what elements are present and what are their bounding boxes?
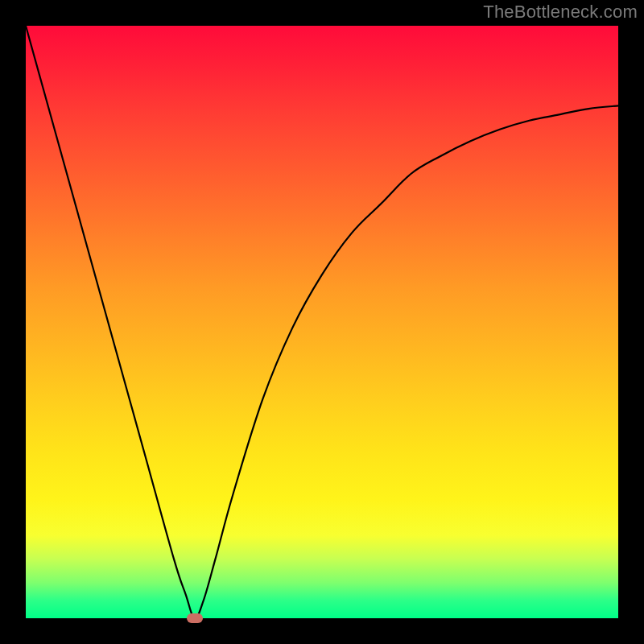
plot-area — [26, 26, 618, 618]
watermark-text: TheBottleneck.com — [483, 2, 638, 23]
chart-frame: TheBottleneck.com — [0, 0, 644, 644]
optimum-marker — [187, 613, 203, 623]
bottleneck-curve — [26, 26, 618, 618]
